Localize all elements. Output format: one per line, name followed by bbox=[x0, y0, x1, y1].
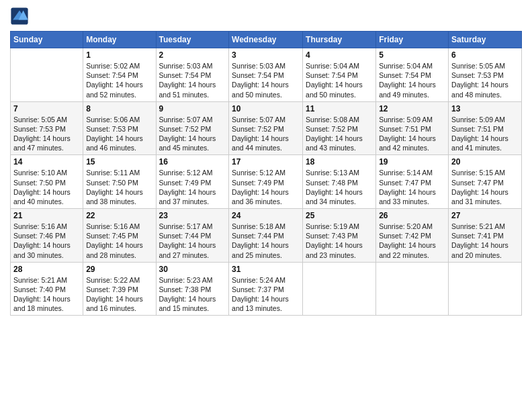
day-cell: 24Sunrise: 5:18 AMSunset: 7:44 PMDayligh… bbox=[229, 209, 303, 263]
week-row-3: 14Sunrise: 5:10 AMSunset: 7:50 PMDayligh… bbox=[11, 155, 522, 209]
day-info: Sunrise: 5:09 AMSunset: 7:51 PMDaylight:… bbox=[379, 115, 445, 153]
calendar-page: SundayMondayTuesdayWednesdayThursdayFrid… bbox=[0, 0, 532, 411]
day-info: Sunrise: 5:19 AMSunset: 7:43 PMDaylight:… bbox=[306, 222, 373, 260]
day-number: 31 bbox=[232, 265, 300, 274]
day-cell: 31Sunrise: 5:24 AMSunset: 7:37 PMDayligh… bbox=[229, 262, 303, 316]
day-number: 21 bbox=[13, 211, 80, 220]
day-number: 18 bbox=[306, 157, 373, 167]
logo bbox=[10, 7, 32, 26]
day-number: 17 bbox=[232, 157, 300, 167]
day-number: 2 bbox=[159, 50, 226, 60]
day-cell: 22Sunrise: 5:16 AMSunset: 7:45 PMDayligh… bbox=[83, 209, 156, 263]
day-info: Sunrise: 5:15 AMSunset: 7:47 PMDaylight:… bbox=[451, 168, 519, 206]
day-cell bbox=[376, 262, 449, 316]
day-number: 8 bbox=[86, 104, 152, 113]
day-info: Sunrise: 5:22 AMSunset: 7:39 PMDaylight:… bbox=[86, 275, 152, 314]
day-header-sunday: Sunday bbox=[11, 32, 83, 48]
day-info: Sunrise: 5:05 AMSunset: 7:53 PMDaylight:… bbox=[451, 61, 519, 99]
day-cell: 2Sunrise: 5:03 AMSunset: 7:54 PMDaylight… bbox=[156, 48, 229, 102]
day-info: Sunrise: 5:14 AMSunset: 7:47 PMDaylight:… bbox=[379, 168, 445, 206]
day-cell: 17Sunrise: 5:12 AMSunset: 7:49 PMDayligh… bbox=[229, 155, 303, 209]
day-number: 1 bbox=[86, 50, 152, 60]
day-number: 30 bbox=[159, 265, 226, 274]
day-info: Sunrise: 5:12 AMSunset: 7:49 PMDaylight:… bbox=[159, 168, 226, 206]
day-info: Sunrise: 5:20 AMSunset: 7:42 PMDaylight:… bbox=[379, 222, 445, 260]
day-cell: 25Sunrise: 5:19 AMSunset: 7:43 PMDayligh… bbox=[303, 209, 376, 263]
day-info: Sunrise: 5:03 AMSunset: 7:54 PMDaylight:… bbox=[159, 61, 226, 99]
calendar-body: 1Sunrise: 5:02 AMSunset: 7:54 PMDaylight… bbox=[11, 48, 522, 316]
week-row-4: 21Sunrise: 5:16 AMSunset: 7:46 PMDayligh… bbox=[11, 209, 522, 263]
day-number: 26 bbox=[379, 211, 445, 220]
day-number: 16 bbox=[159, 157, 226, 167]
day-info: Sunrise: 5:04 AMSunset: 7:54 PMDaylight:… bbox=[379, 61, 445, 99]
day-info: Sunrise: 5:02 AMSunset: 7:54 PMDaylight:… bbox=[86, 61, 152, 99]
day-number: 24 bbox=[232, 211, 300, 220]
day-info: Sunrise: 5:12 AMSunset: 7:49 PMDaylight:… bbox=[232, 168, 300, 206]
week-row-5: 28Sunrise: 5:21 AMSunset: 7:40 PMDayligh… bbox=[11, 262, 522, 316]
day-cell bbox=[11, 48, 83, 102]
day-info: Sunrise: 5:08 AMSunset: 7:52 PMDaylight:… bbox=[306, 115, 373, 153]
day-cell: 18Sunrise: 5:13 AMSunset: 7:48 PMDayligh… bbox=[303, 155, 376, 209]
header bbox=[10, 7, 522, 26]
day-cell: 5Sunrise: 5:04 AMSunset: 7:54 PMDaylight… bbox=[376, 48, 449, 102]
day-info: Sunrise: 5:11 AMSunset: 7:50 PMDaylight:… bbox=[86, 168, 152, 206]
day-cell: 10Sunrise: 5:07 AMSunset: 7:52 PMDayligh… bbox=[229, 101, 303, 155]
calendar-table: SundayMondayTuesdayWednesdayThursdayFrid… bbox=[10, 31, 522, 316]
day-info: Sunrise: 5:21 AMSunset: 7:40 PMDaylight:… bbox=[13, 275, 80, 314]
calendar-header-row: SundayMondayTuesdayWednesdayThursdayFrid… bbox=[11, 32, 522, 48]
day-header-thursday: Thursday bbox=[303, 32, 376, 48]
logo-icon bbox=[10, 7, 29, 26]
day-cell: 3Sunrise: 5:03 AMSunset: 7:54 PMDaylight… bbox=[229, 48, 303, 102]
day-number: 7 bbox=[13, 104, 80, 113]
day-header-saturday: Saturday bbox=[449, 32, 522, 48]
day-number: 23 bbox=[159, 211, 226, 220]
day-header-wednesday: Wednesday bbox=[229, 32, 303, 48]
day-info: Sunrise: 5:24 AMSunset: 7:37 PMDaylight:… bbox=[232, 275, 300, 314]
day-number: 29 bbox=[86, 265, 152, 274]
day-number: 11 bbox=[306, 104, 373, 113]
day-cell: 26Sunrise: 5:20 AMSunset: 7:42 PMDayligh… bbox=[376, 209, 449, 263]
day-number: 27 bbox=[451, 211, 519, 220]
day-number: 15 bbox=[86, 157, 152, 167]
day-info: Sunrise: 5:13 AMSunset: 7:48 PMDaylight:… bbox=[306, 168, 373, 206]
day-number: 12 bbox=[379, 104, 445, 113]
day-cell: 16Sunrise: 5:12 AMSunset: 7:49 PMDayligh… bbox=[156, 155, 229, 209]
day-number: 22 bbox=[86, 211, 152, 220]
day-header-tuesday: Tuesday bbox=[156, 32, 229, 48]
day-header-friday: Friday bbox=[376, 32, 449, 48]
day-cell: 20Sunrise: 5:15 AMSunset: 7:47 PMDayligh… bbox=[449, 155, 522, 209]
day-cell: 6Sunrise: 5:05 AMSunset: 7:53 PMDaylight… bbox=[449, 48, 522, 102]
day-number: 9 bbox=[159, 104, 226, 113]
day-info: Sunrise: 5:23 AMSunset: 7:38 PMDaylight:… bbox=[159, 275, 226, 314]
day-cell bbox=[449, 262, 522, 316]
day-header-monday: Monday bbox=[83, 32, 156, 48]
day-cell: 13Sunrise: 5:09 AMSunset: 7:51 PMDayligh… bbox=[449, 101, 522, 155]
day-info: Sunrise: 5:17 AMSunset: 7:44 PMDaylight:… bbox=[159, 222, 226, 260]
day-cell: 4Sunrise: 5:04 AMSunset: 7:54 PMDaylight… bbox=[303, 48, 376, 102]
day-number: 19 bbox=[379, 157, 445, 167]
day-cell: 15Sunrise: 5:11 AMSunset: 7:50 PMDayligh… bbox=[83, 155, 156, 209]
day-info: Sunrise: 5:21 AMSunset: 7:41 PMDaylight:… bbox=[451, 222, 519, 260]
day-cell: 29Sunrise: 5:22 AMSunset: 7:39 PMDayligh… bbox=[83, 262, 156, 316]
day-cell bbox=[303, 262, 376, 316]
day-number: 14 bbox=[13, 157, 80, 167]
day-cell: 9Sunrise: 5:07 AMSunset: 7:52 PMDaylight… bbox=[156, 101, 229, 155]
day-number: 28 bbox=[13, 265, 80, 274]
day-info: Sunrise: 5:04 AMSunset: 7:54 PMDaylight:… bbox=[306, 61, 373, 99]
day-cell: 1Sunrise: 5:02 AMSunset: 7:54 PMDaylight… bbox=[83, 48, 156, 102]
day-cell: 11Sunrise: 5:08 AMSunset: 7:52 PMDayligh… bbox=[303, 101, 376, 155]
day-number: 5 bbox=[379, 50, 445, 60]
day-info: Sunrise: 5:10 AMSunset: 7:50 PMDaylight:… bbox=[13, 168, 80, 206]
day-cell: 21Sunrise: 5:16 AMSunset: 7:46 PMDayligh… bbox=[11, 209, 83, 263]
day-cell: 19Sunrise: 5:14 AMSunset: 7:47 PMDayligh… bbox=[376, 155, 449, 209]
day-info: Sunrise: 5:07 AMSunset: 7:52 PMDaylight:… bbox=[159, 115, 226, 153]
day-info: Sunrise: 5:16 AMSunset: 7:46 PMDaylight:… bbox=[13, 222, 80, 260]
day-number: 6 bbox=[451, 50, 519, 60]
day-cell: 23Sunrise: 5:17 AMSunset: 7:44 PMDayligh… bbox=[156, 209, 229, 263]
day-number: 20 bbox=[451, 157, 519, 167]
day-cell: 30Sunrise: 5:23 AMSunset: 7:38 PMDayligh… bbox=[156, 262, 229, 316]
day-number: 3 bbox=[232, 50, 300, 60]
day-number: 13 bbox=[451, 104, 519, 113]
day-info: Sunrise: 5:06 AMSunset: 7:53 PMDaylight:… bbox=[86, 115, 152, 153]
week-row-2: 7Sunrise: 5:05 AMSunset: 7:53 PMDaylight… bbox=[11, 101, 522, 155]
